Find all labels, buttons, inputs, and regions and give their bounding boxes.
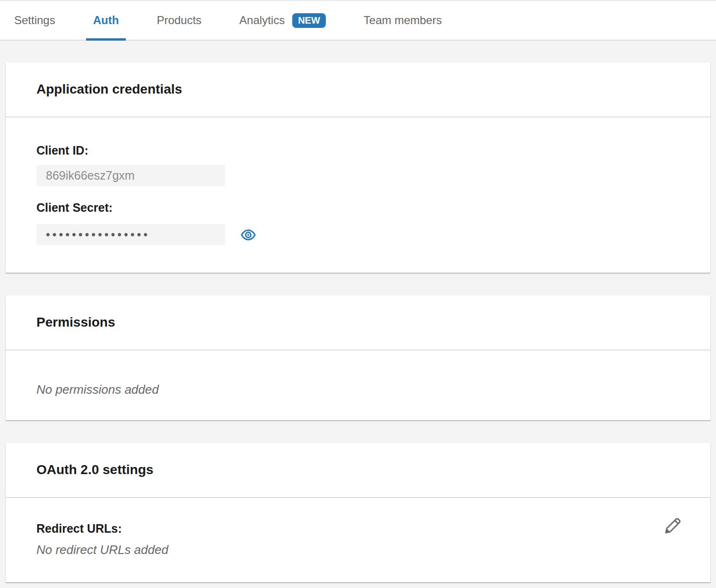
redirect-urls-label: Redirect URLs: xyxy=(36,522,680,535)
application-credentials-body: Client ID: 869ik66esz7gxm Client Secret:… xyxy=(6,117,710,273)
application-credentials-header: Application credentials xyxy=(6,62,710,117)
no-redirect-urls-text: No redirect URLs added xyxy=(36,543,168,557)
tab-settings[interactable]: Settings xyxy=(7,1,62,40)
edit-redirect-urls-button[interactable] xyxy=(661,515,683,536)
tab-auth[interactable]: Auth xyxy=(86,1,126,40)
client-secret-label: Client Secret: xyxy=(36,201,680,214)
new-badge: NEW xyxy=(292,13,326,28)
client-id-value: 869ik66esz7gxm xyxy=(46,169,135,182)
client-secret-field[interactable]: •••••••••••••••• xyxy=(36,224,225,245)
permissions-body: No permissions added xyxy=(6,350,710,420)
tab-auth-label: Auth xyxy=(93,14,119,27)
permissions-header: Permissions xyxy=(6,295,710,350)
tab-settings-label: Settings xyxy=(14,14,55,27)
client-id-label: Client ID: xyxy=(36,144,680,156)
oauth-settings-body: Redirect URLs: No redirect URLs added xyxy=(6,498,710,582)
tab-team-members-label: Team members xyxy=(364,14,442,27)
oauth-settings-header: OAuth 2.0 settings xyxy=(6,443,710,498)
reveal-secret-button[interactable] xyxy=(240,228,256,242)
tab-bar: Settings Auth Products Analytics NEW Tea… xyxy=(0,0,716,41)
tab-team-members[interactable]: Team members xyxy=(357,1,449,40)
tab-analytics[interactable]: Analytics NEW xyxy=(232,1,333,40)
tab-products[interactable]: Products xyxy=(149,1,209,40)
tab-products-label: Products xyxy=(157,14,201,27)
oauth-settings-card: OAuth 2.0 settings Redirect URLs: No red… xyxy=(6,443,710,582)
client-id-field[interactable]: 869ik66esz7gxm xyxy=(36,165,225,186)
application-credentials-card: Application credentials Client ID: 869ik… xyxy=(6,62,710,273)
pencil-icon xyxy=(662,515,682,536)
tab-analytics-label: Analytics xyxy=(239,14,285,27)
permissions-title: Permissions xyxy=(36,316,680,329)
no-permissions-text: No permissions added xyxy=(36,382,159,397)
permissions-card: Permissions No permissions added xyxy=(6,295,710,420)
client-secret-masked-value: •••••••••••••••• xyxy=(46,224,150,245)
eye-icon xyxy=(240,228,256,242)
oauth-settings-title: OAuth 2.0 settings xyxy=(36,463,680,476)
client-secret-row: •••••••••••••••• xyxy=(36,224,680,245)
application-credentials-title: Application credentials xyxy=(36,83,680,96)
main-content: Application credentials Client ID: 869ik… xyxy=(0,41,716,588)
